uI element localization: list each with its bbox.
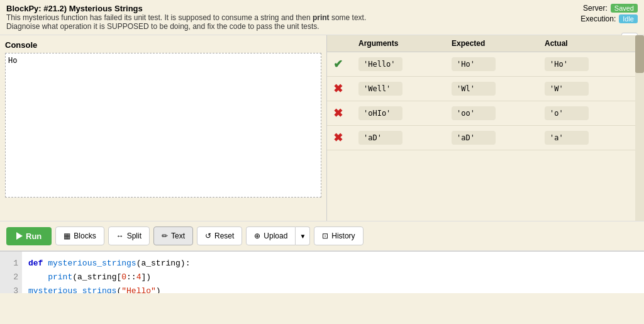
arguments-col-header: Arguments: [352, 35, 445, 52]
run-button[interactable]: Run: [6, 227, 52, 245]
table-row: ✖ 'Well' 'Wl' 'W': [327, 77, 644, 101]
run-label: Run: [26, 232, 42, 241]
blocks-icon: ▦: [64, 232, 70, 240]
server-row: Server: Saved: [583, 4, 638, 13]
line-numbers: 1 2 3: [0, 252, 22, 293]
console-textarea[interactable]: [5, 53, 321, 198]
status-cell: ✖: [327, 77, 352, 101]
code-area: 1 2 3 def mysterious_strings(a_string): …: [0, 252, 644, 293]
desc-part2: some text.: [330, 13, 367, 22]
check-icon: ✔: [333, 58, 343, 70]
actual-value: 'o': [545, 106, 589, 120]
text-button[interactable]: ✏ Text: [153, 226, 193, 245]
split-button[interactable]: ↔ Split: [108, 226, 150, 245]
expected-cell: 'oo': [445, 101, 538, 126]
upload-dropdown-button[interactable]: ▼: [296, 226, 310, 245]
actual-value: 'Ho': [545, 57, 589, 71]
arguments-cell: 'oHIo': [352, 101, 445, 126]
description: This mysterious function has failed its …: [6, 13, 638, 31]
arg-value: 'Hello': [358, 57, 402, 71]
status-cell: ✖: [327, 126, 352, 150]
history-label: History: [331, 232, 355, 240]
expected-cell: 'aD': [445, 126, 538, 150]
status-cell: ✖: [327, 101, 352, 126]
desc-line2: Diagnoise what operation it is SUPPOSED …: [6, 22, 319, 31]
blocks-label: Blocks: [74, 232, 96, 240]
blocks-button[interactable]: ▦ Blocks: [55, 226, 104, 245]
main-area: Console Arguments Expected Actual ✔ 'Hel…: [0, 35, 644, 221]
header: BlockPy: #21.2) Mysterious Strings This …: [0, 0, 644, 35]
arg-value: 'oHIo': [358, 106, 402, 120]
desc-bold: print: [313, 13, 330, 22]
expected-cell: 'Wl': [445, 77, 538, 101]
execution-status-badge: Idle: [619, 14, 638, 23]
line-num-2: 2: [4, 271, 18, 284]
reset-button[interactable]: ↺ Reset: [197, 226, 242, 245]
arguments-cell: 'Hello': [352, 52, 445, 77]
desc-part1: This mysterious function has failed its …: [6, 13, 313, 22]
x-icon: ✖: [333, 131, 343, 144]
reset-icon: ↺: [205, 232, 211, 240]
expected-col-header: Expected: [445, 35, 538, 52]
line-num-3: 3: [4, 284, 18, 293]
upload-label: Upload: [264, 232, 287, 240]
x-icon: ✖: [333, 82, 343, 95]
reset-label: Reset: [214, 232, 234, 240]
server-info: Server: Saved Execution: Idle: [580, 4, 638, 23]
execution-row: Execution: Idle: [580, 14, 638, 23]
arguments-cell: 'Well': [352, 77, 445, 101]
status-col-header: [327, 35, 352, 52]
code-content[interactable]: def mysterious_strings(a_string): print(…: [22, 252, 196, 293]
scrollbar-thumb[interactable]: [635, 35, 644, 73]
split-icon: ↔: [116, 232, 124, 240]
text-label: Text: [171, 232, 185, 240]
unit-test-body: ✔ 'Hello' 'Ho' 'Ho' ✖ 'Well' 'Wl' 'W' ✖: [327, 52, 644, 150]
expected-value: 'oo': [452, 106, 496, 120]
upload-button[interactable]: ⊕ Upload: [246, 226, 296, 245]
expected-value: 'aD': [452, 131, 496, 145]
bottom-area: Run ▦ Blocks ↔ Split ✏ Text ↺ Reset ⊕ Up…: [0, 221, 644, 293]
actual-cell: 'o': [538, 101, 631, 126]
actual-cell: 'a': [538, 126, 631, 150]
unit-test-table: Arguments Expected Actual ✔ 'Hello' 'Ho'…: [327, 35, 644, 150]
table-row: ✔ 'Hello' 'Ho' 'Ho': [327, 52, 644, 77]
scrollbar[interactable]: [635, 35, 644, 221]
history-icon: ⊡: [322, 232, 328, 240]
x-icon: ✖: [333, 107, 343, 120]
actual-value: 'a': [545, 131, 589, 145]
server-label: Server:: [583, 4, 608, 13]
unit-test-panel: Arguments Expected Actual ✔ 'Hello' 'Ho'…: [327, 35, 644, 221]
play-icon: [16, 232, 23, 240]
expected-value: 'Ho': [452, 57, 496, 71]
upload-icon: ⊕: [254, 232, 260, 240]
actual-col-header: Actual: [538, 35, 631, 52]
console-panel: Console: [0, 35, 327, 221]
upload-group: ⊕ Upload ▼: [246, 226, 310, 245]
actual-value: 'W': [545, 82, 589, 96]
actual-cell: 'W': [538, 77, 631, 101]
split-label: Split: [127, 232, 142, 240]
toolbar: Run ▦ Blocks ↔ Split ✏ Text ↺ Reset ⊕ Up…: [0, 221, 644, 251]
console-label: Console: [5, 40, 321, 50]
page-title: BlockPy: #21.2) Mysterious Strings: [6, 4, 638, 13]
code-editor: 1 2 3 def mysterious_strings(a_string): …: [0, 251, 644, 293]
execution-label: Execution:: [580, 14, 616, 23]
history-button[interactable]: ⊡ History: [314, 226, 363, 245]
table-row: ✖ 'oHIo' 'oo' 'o': [327, 101, 644, 126]
arg-value: 'aD': [358, 131, 402, 145]
line-num-1: 1: [4, 257, 18, 271]
table-row: ✖ 'aD' 'aD' 'a': [327, 126, 644, 150]
status-cell: ✔: [327, 52, 352, 77]
arguments-cell: 'aD': [352, 126, 445, 150]
server-status-badge: Saved: [611, 4, 638, 13]
pencil-icon: ✏: [162, 232, 168, 240]
arg-value: 'Well': [358, 82, 402, 96]
expected-value: 'Wl': [452, 82, 496, 96]
actual-cell: 'Ho': [538, 52, 631, 77]
expected-cell: 'Ho': [445, 52, 538, 77]
